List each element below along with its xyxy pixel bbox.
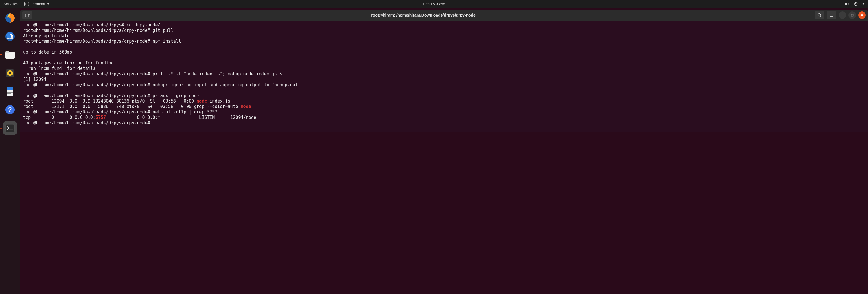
search-icon [817,13,822,17]
terminal-line [23,88,865,93]
power-icon[interactable] [854,2,858,6]
running-indicator-icon [0,127,2,129]
svg-rect-15 [7,93,11,94]
svg-rect-18 [6,124,14,132]
svg-rect-20 [25,14,28,17]
terminal-line: root@hiram:/home/hiram/Downloads/drpys/d… [23,28,865,33]
system-menu-chevron-icon[interactable] [862,3,865,5]
terminal-line [23,55,865,61]
terminal-output[interactable]: root@hiram:/home/hiram/Downloads/drpys# … [20,21,868,132]
thunderbird-icon [4,31,16,42]
dock-rhythmbox[interactable] [3,66,17,80]
svg-rect-7 [5,51,9,53]
dock-files[interactable] [3,48,17,62]
dock: ? [0,8,20,294]
close-icon [861,14,863,16]
window-title: root@hiram: /home/hiram/Downloads/drpys/… [34,13,812,17]
svg-rect-14 [7,92,12,93]
dock-help[interactable]: ? [3,103,17,117]
terminal-line: root@hiram:/home/hiram/Downloads/drpys/d… [23,71,865,77]
svg-text:?: ? [8,106,12,113]
svg-line-24 [820,16,822,17]
hamburger-menu-button[interactable] [827,11,836,20]
dock-terminal[interactable] [3,121,17,135]
svg-rect-29 [851,14,854,16]
volume-icon[interactable] [845,2,849,6]
terminal-line: root@hiram:/home/hiram/Downloads/drpys/d… [23,39,865,44]
activities-button[interactable]: Activities [3,2,18,6]
terminal-line: run `npm fund` for details [23,66,865,71]
maximize-icon [851,14,854,16]
svg-rect-12 [7,87,13,90]
hamburger-icon [829,13,834,17]
dock-writer[interactable] [3,84,17,98]
firefox-icon [4,12,16,24]
terminal-line: 49 packages are looking for funding [23,61,865,66]
svg-point-10 [9,72,11,74]
speaker-icon [4,67,16,79]
terminal-line: root 12094 3.0 3.9 13248040 80136 pts/0 … [23,99,865,104]
help-icon: ? [4,104,16,115]
window-titlebar[interactable]: root@hiram: /home/hiram/Downloads/drpys/… [20,10,868,21]
terminal-line [23,44,865,49]
svg-rect-0 [25,2,29,6]
terminal-line: up to date in 568ms [23,49,865,55]
svg-point-23 [818,14,820,16]
maximize-button[interactable] [848,11,856,19]
new-tab-button[interactable] [22,11,32,20]
terminal-line: tcp 0 0 0.0.0.0:5757 0.0.0.0:* LISTEN 12… [23,115,865,120]
svg-rect-13 [7,91,12,91]
minimize-button[interactable] [839,11,846,19]
app-menu-label: Terminal [31,2,45,6]
terminal-line: root@hiram:/home/hiram/Downloads/drpys/d… [23,82,865,88]
terminal-line: root 12171 0.0 0.0 5836 748 pts/0 S+ 03:… [23,104,865,109]
document-icon [4,86,16,97]
gnome-topbar: Activities Terminal Dec 16 03:58 [0,0,868,8]
minimize-icon [841,14,844,16]
terminal-line: root@hiram:/home/hiram/Downloads/drpys/d… [23,109,865,115]
terminal-line: root@hiram:/home/hiram/Downloads/drpys/d… [23,120,865,126]
topbar-clock[interactable]: Dec 16 03:58 [423,2,445,6]
search-button[interactable] [815,11,825,20]
files-icon [4,49,16,61]
terminal-line: root@hiram:/home/hiram/Downloads/drpys# … [23,22,865,28]
dock-firefox[interactable] [3,11,17,25]
dock-thunderbird[interactable] [3,30,17,43]
close-button[interactable] [858,11,866,19]
terminal-icon [24,2,29,6]
terminal-window: root@hiram: /home/hiram/Downloads/drpys/… [20,10,868,132]
terminal-line: [1] 12094 [23,77,865,82]
terminal-line: root@hiram:/home/hiram/Downloads/drpys/d… [23,93,865,99]
app-menu[interactable]: Terminal [24,2,50,6]
running-indicator-icon [0,54,2,56]
terminal-icon [4,122,16,134]
chevron-down-icon [47,3,50,5]
new-tab-icon [25,13,30,17]
terminal-line: Already up to date. [23,33,865,39]
